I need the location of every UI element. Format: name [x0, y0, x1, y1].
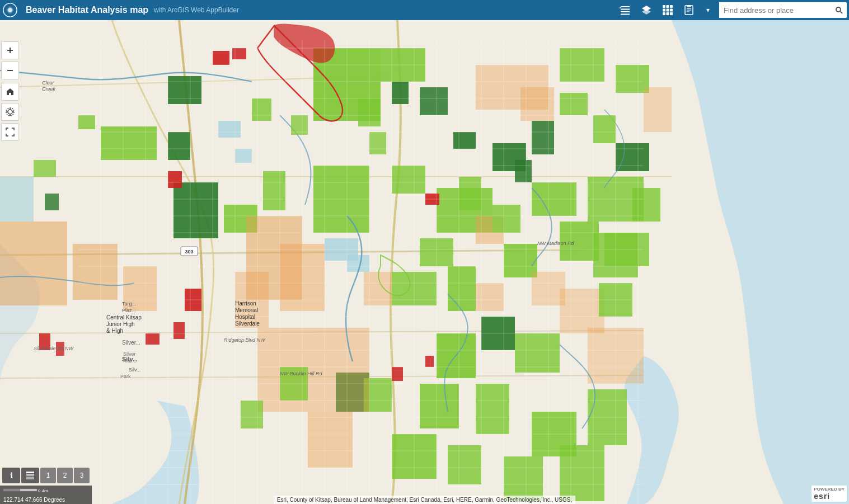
svg-text:NW Madison Rd: NW Madison Rd [537, 241, 575, 246]
svg-rect-85 [218, 121, 241, 138]
svg-rect-38 [263, 171, 285, 210]
svg-rect-98 [425, 356, 434, 367]
svg-rect-13 [667, 9, 669, 12]
dropdown-button[interactable]: ▾ [700, 0, 716, 20]
svg-text:Creek: Creek [42, 86, 56, 92]
svg-text:Silv...: Silv... [129, 367, 140, 373]
svg-rect-5 [621, 14, 630, 15]
survey-icon-button[interactable] [679, 0, 699, 20]
svg-rect-16 [667, 12, 669, 15]
svg-rect-17 [670, 12, 673, 15]
svg-text:Plaz...: Plaz... [122, 308, 136, 313]
svg-rect-2 [621, 6, 630, 7]
svg-rect-42 [453, 132, 476, 149]
svg-rect-69 [73, 244, 118, 300]
svg-text:Park: Park [120, 374, 131, 379]
svg-rect-36 [173, 182, 218, 238]
svg-rect-40 [392, 82, 409, 104]
svg-rect-108 [459, 177, 481, 210]
layers-icon-button[interactable] [636, 0, 656, 20]
svg-rect-104 [252, 98, 271, 121]
layer1-button[interactable]: 1 [40, 468, 56, 483]
svg-rect-10 [667, 5, 669, 8]
zoom-in-button[interactable] [1, 41, 19, 59]
home-button[interactable] [1, 83, 19, 101]
svg-rect-110 [515, 160, 532, 182]
svg-rect-209 [3, 489, 20, 491]
svg-text:Harrison: Harrison [235, 300, 256, 307]
svg-text:Memorial: Memorial [235, 307, 258, 313]
layer3-button[interactable]: 3 [74, 468, 90, 483]
svg-text:& High: & High [106, 328, 123, 334]
svg-rect-68 [0, 222, 67, 305]
svg-rect-207 [26, 477, 34, 479]
feature-table-button[interactable] [21, 468, 39, 483]
esri-logo: POWERED BY esri [812, 486, 847, 502]
svg-rect-118 [504, 456, 543, 501]
svg-point-199 [8, 110, 12, 114]
map-container[interactable]: 303 Clear Creek Central Kitsap Junior Hi… [0, 20, 849, 504]
svg-text:0.4mi: 0.4mi [38, 488, 48, 493]
search-input[interactable] [719, 2, 831, 18]
fullscreen-button[interactable] [1, 123, 19, 141]
svg-line-24 [841, 12, 843, 14]
svg-point-1 [8, 8, 12, 12]
app-logo [0, 0, 20, 20]
svg-rect-4 [621, 11, 630, 12]
svg-rect-115 [241, 401, 263, 428]
bottom-left-panel: ℹ 1 2 3 0.4mi 122.714 47.666 Degrees [0, 465, 92, 504]
svg-text:Mall...: Mall... [123, 358, 137, 364]
header-toolbar: ▾ [615, 0, 849, 20]
apps-icon-button[interactable] [658, 0, 678, 20]
zoom-out-button[interactable] [1, 62, 19, 79]
svg-rect-76 [644, 87, 672, 132]
layer2-button[interactable]: 2 [57, 468, 73, 483]
coordinates-display: 122.714 47.666 Degrees [0, 496, 92, 504]
list-icon-button[interactable] [615, 0, 635, 20]
svg-rect-90 [213, 51, 229, 65]
svg-rect-43 [392, 166, 425, 194]
info-button[interactable]: ℹ [2, 468, 20, 483]
svg-rect-80 [308, 412, 353, 468]
search-submit-button[interactable] [831, 2, 847, 18]
svg-rect-109 [492, 205, 520, 233]
svg-rect-65 [476, 384, 509, 434]
svg-rect-52 [616, 143, 649, 171]
svg-rect-103 [45, 194, 59, 210]
svg-rect-15 [663, 12, 665, 15]
svg-rect-46 [532, 121, 554, 154]
svg-rect-78 [364, 272, 392, 305]
map-toolbar [0, 40, 20, 142]
svg-rect-101 [78, 115, 95, 129]
svg-rect-92 [168, 171, 182, 188]
svg-text:Silverdale Rd NW: Silverdale Rd NW [34, 346, 74, 351]
svg-text:Junior High: Junior High [106, 321, 135, 327]
svg-rect-33 [168, 76, 201, 104]
svg-rect-9 [663, 5, 665, 8]
app-header: Beaver Habitat Analysis map with ArcGIS … [0, 0, 849, 20]
svg-text:Hospital: Hospital [235, 314, 255, 320]
svg-rect-205 [26, 472, 34, 473]
scale-bar: 0.4mi [0, 486, 92, 496]
legend-panel: ℹ 1 2 3 [0, 465, 92, 486]
svg-rect-112 [632, 188, 660, 222]
svg-rect-111 [593, 115, 616, 143]
svg-text:Clear: Clear [42, 80, 55, 86]
svg-rect-86 [235, 149, 252, 163]
svg-rect-64 [420, 384, 459, 428]
svg-rect-61 [515, 333, 560, 373]
svg-rect-102 [34, 160, 56, 177]
svg-rect-41 [420, 87, 448, 115]
svg-rect-34 [101, 126, 157, 160]
locate-button[interactable] [1, 103, 19, 121]
svg-text:Silverdale: Silverdale [235, 321, 260, 327]
attribution-text: Esri, County of Kitsap, Bureau of Land M… [274, 496, 575, 504]
svg-rect-79 [257, 328, 369, 412]
svg-text:Ridgetop Blvd NW: Ridgetop Blvd NW [224, 337, 266, 343]
svg-rect-81 [476, 283, 504, 311]
svg-rect-3 [621, 9, 630, 10]
svg-rect-95 [146, 333, 160, 345]
svg-rect-83 [560, 289, 604, 333]
svg-rect-119 [560, 445, 604, 501]
svg-rect-91 [232, 48, 246, 59]
